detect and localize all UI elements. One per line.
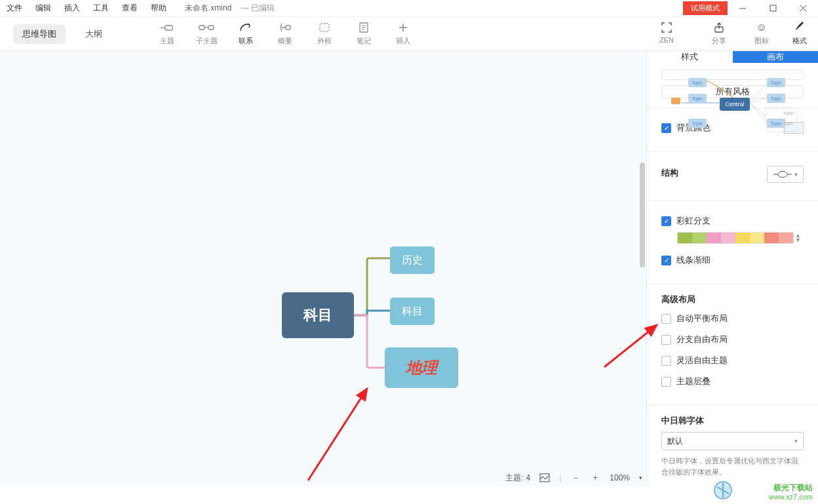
preview-topic: Topic [767,119,785,128]
topics-count: 4 [526,473,530,482]
canvas[interactable]: 科目 历史 科目 地理 主题: 4 | − + 100% ▾ [0,51,646,486]
preview-topic: Topic [767,78,785,87]
preview-central: Central [720,98,750,111]
topic-icon [161,22,174,33]
zoom-in[interactable]: + [590,473,600,482]
preview-topic-small: topic [784,121,794,126]
tool-topic[interactable]: 主题 [151,22,184,46]
tool-subtopic[interactable]: 子主题 [190,22,223,46]
subtopic-3[interactable]: 地理 [385,347,458,388]
tool-summary[interactable]: 概要 [269,22,302,46]
titlebar: 文件 编辑 插入 工具 查看 帮助 未命名.xmind — 已编辑 试用模式 [0,0,818,17]
topics-label: 主题: [505,473,523,484]
menu-insert[interactable]: 插入 [58,3,87,14]
preview-accent [671,98,680,104]
tab-mindmap[interactable]: 思维导图 [13,24,66,44]
document-state: — 已编辑 [241,3,274,14]
subtopic-2[interactable]: 科目 [390,298,435,325]
plus-icon [399,22,408,33]
subtopic-icon [199,22,214,33]
rainbow-swatch[interactable] [677,232,794,244]
advanced-layout-label: 高级布局 [661,294,804,305]
preview-topic: Topic [688,119,707,128]
taper-checkbox[interactable]: ✓ 线条渐细 [661,254,711,266]
rainbow-stepper[interactable]: ▴▾ [796,233,804,242]
overlap-checkbox[interactable]: 主题层叠 [661,376,711,387]
menu-tools[interactable]: 工具 [87,3,115,14]
svg-rect-1 [770,5,776,11]
svg-rect-10 [320,24,329,31]
trial-badge[interactable]: 试用模式 [683,1,728,15]
menu-edit[interactable]: 编辑 [29,3,58,14]
preview-topic-small: topic [784,111,794,115]
flex-topic-checkbox[interactable]: 灵活自由主题 [661,355,728,366]
toolbar: 思维导图 大纲 主题 子主题 联系 概要 外框 笔记 插入 [0,17,818,51]
preview-topic: Topic [688,78,707,87]
panel-tab-canvas[interactable]: 画布 [733,51,819,63]
tool-icons[interactable]: ☺ 图标 [747,22,776,46]
subtopic-1[interactable]: 历史 [390,246,435,274]
smiley-icon: ☺ [756,22,767,33]
zoom-out[interactable]: − [570,473,581,482]
minimap-icon[interactable] [539,473,550,482]
structure-picker[interactable]: ▾ [767,166,804,183]
tool-share[interactable]: 分享 [703,22,735,46]
brush-icon [794,22,805,33]
boundary-icon [319,22,330,33]
central-topic[interactable]: 科目 [282,292,354,338]
branch-free-checkbox[interactable]: 分支自由布局 [661,334,728,345]
theme-preview[interactable]: Central Topic Topic Topic Topic Topic To… [661,69,804,80]
note-icon [359,22,368,33]
tab-outline[interactable]: 大纲 [76,24,111,44]
tool-relation[interactable]: 联系 [229,22,262,46]
summary-icon [279,22,291,33]
chevron-down-icon[interactable]: ▾ [639,475,642,481]
structure-label: 结构 [661,167,678,179]
font-hint: 中日韩字体，设置后专属优化与西文字体混合排版的字体效果。 [661,456,804,477]
close-button[interactable] [788,0,818,17]
svg-rect-9 [286,26,290,29]
svg-rect-4 [165,26,172,30]
share-icon [714,22,724,33]
svg-rect-7 [208,26,214,29]
tool-format[interactable]: 格式 [785,22,814,46]
zen-icon [661,22,672,33]
format-panel: 样式 画布 Central Topic Topic Topic Topic To… [646,51,818,486]
svg-rect-6 [199,26,204,29]
cjk-font-label: 中日韩字体 [661,415,804,427]
panel-tab-style[interactable]: 样式 [647,51,733,63]
structure-icon [773,170,792,179]
tool-zen[interactable]: ZEN [650,22,683,46]
tool-boundary[interactable]: 外框 [308,22,341,46]
font-select[interactable]: 默认 ▾ [661,432,804,450]
rainbow-checkbox[interactable]: ✓ 彩虹分支 [661,215,711,227]
statusbar: 主题: 4 | − + 100% ▾ [505,469,642,486]
menu-help[interactable]: 帮助 [144,3,173,14]
preview-topic: Topic [688,94,707,103]
chevron-down-icon: ▾ [794,438,798,444]
preview-topic: Topic [767,94,785,103]
tool-insert[interactable]: 插入 [387,22,419,46]
tool-note[interactable]: 笔记 [347,22,380,46]
chevron-down-icon: ▾ [794,171,798,178]
auto-balance-checkbox[interactable]: 自动平衡布局 [661,313,728,324]
menu-file[interactable]: 文件 [0,3,29,14]
annotation-arrow-1 [302,382,380,486]
svg-line-18 [308,389,367,480]
menu-view[interactable]: 查看 [115,3,144,14]
relation-icon [239,22,252,33]
menu-bar: 文件 编辑 插入 工具 查看 帮助 [0,3,173,14]
scrollbar-vertical[interactable] [640,163,645,267]
maximize-button[interactable] [758,0,788,17]
document-name: 未命名.xmind [185,3,231,14]
minimize-button[interactable] [728,0,758,17]
zoom-level[interactable]: 100% [610,473,630,482]
